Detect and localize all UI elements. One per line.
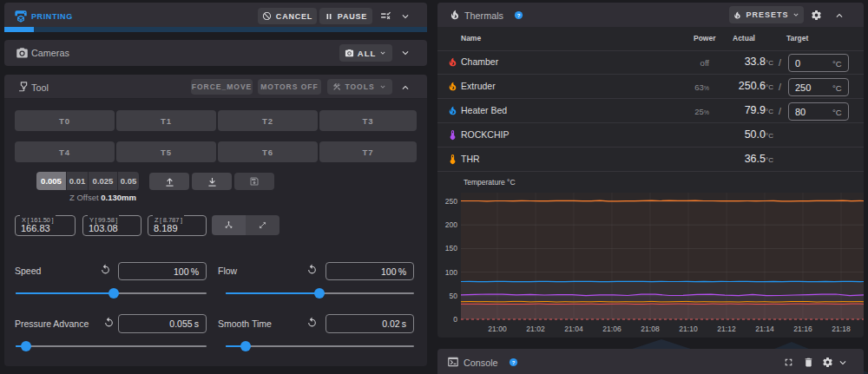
svg-text:250: 250 — [445, 197, 457, 206]
svg-text:?: ? — [517, 13, 521, 18]
svg-text:21:00: 21:00 — [488, 325, 507, 333]
svg-text:Temperature °C: Temperature °C — [464, 178, 516, 187]
svg-text:21:02: 21:02 — [526, 325, 545, 333]
svg-text:?: ? — [512, 360, 516, 365]
svg-text:21:12: 21:12 — [717, 325, 736, 333]
svg-text:21:08: 21:08 — [641, 325, 660, 333]
svg-text:150: 150 — [445, 244, 457, 253]
svg-text:21:16: 21:16 — [793, 325, 812, 333]
svg-text:21:06: 21:06 — [602, 325, 621, 333]
svg-text:21:04: 21:04 — [564, 325, 583, 333]
svg-text:21:14: 21:14 — [755, 325, 774, 333]
svg-text:0: 0 — [453, 315, 457, 324]
svg-text:200: 200 — [445, 220, 457, 229]
svg-text:21:10: 21:10 — [679, 325, 698, 333]
svg-text:50: 50 — [450, 292, 458, 300]
svg-text:100: 100 — [445, 268, 457, 277]
svg-text:21:18: 21:18 — [832, 325, 851, 333]
